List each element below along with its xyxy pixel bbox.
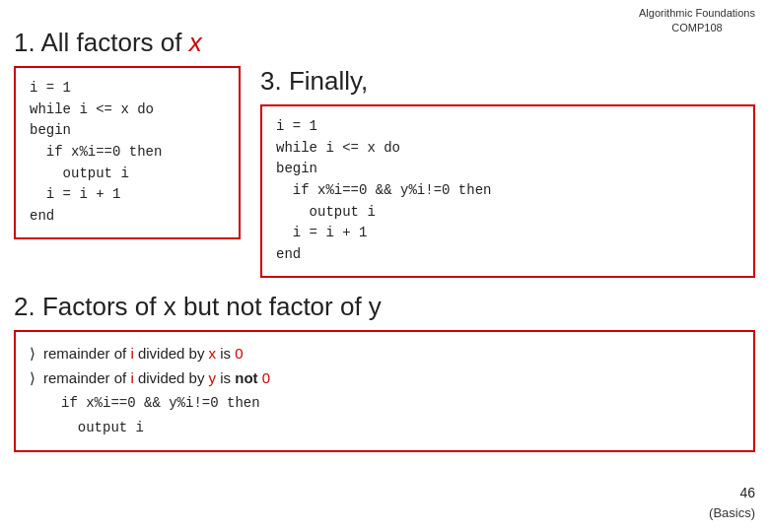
- bullet2-i: i: [130, 369, 133, 386]
- bullet1-val: 0: [235, 345, 243, 362]
- bullet1-x: x: [209, 345, 217, 362]
- main-content: 1. All factors of x i = 1 while i <= x d…: [14, 28, 755, 493]
- bullet1-text: remainder of i divided by x is 0: [43, 342, 244, 366]
- section2-code-line2: output i: [61, 417, 739, 439]
- s3-code-line-5: output i: [276, 202, 739, 224]
- code-line-3: begin: [30, 120, 225, 142]
- top-row: i = 1 while i <= x do begin if x%i==0 th…: [14, 66, 755, 278]
- s3-code-line-1: i = 1: [276, 116, 739, 138]
- code-line-6: i = i + 1: [30, 184, 225, 206]
- bullet2-val: 0: [262, 369, 270, 386]
- section2-title-y: y: [369, 292, 382, 321]
- s3-code-line-4: if x%i==0 && y%i!=0 then: [276, 180, 739, 202]
- s3-code-line-2: while i <= x do: [276, 138, 739, 160]
- section3-block: 3. Finally, i = 1 while i <= x do begin …: [260, 66, 755, 278]
- bullet2-arrow: ⟩: [30, 366, 35, 391]
- bullet2-text: remainder of i divided by y is not 0: [43, 366, 270, 391]
- footer: 46 (Basics): [709, 483, 755, 523]
- page-number: 46: [709, 483, 755, 503]
- section2-title-prefix: 2. Factors of: [14, 292, 164, 321]
- code-line-5: output i: [30, 164, 225, 185]
- section2-code-line1: if x%i==0 && y%i!=0 then: [61, 392, 739, 415]
- code-line-4: if x%i==0 then: [30, 142, 225, 164]
- bullet1-line: ⟩ remainder of i divided by x is 0: [30, 342, 739, 366]
- section2-title: 2. Factors of x but not factor of y: [14, 292, 755, 322]
- s3-code-line-7: end: [276, 244, 739, 266]
- section2-title-x: x: [164, 292, 176, 321]
- page-basics-label: (Basics): [709, 503, 755, 523]
- code-box-section1: i = 1 while i <= x do begin if x%i==0 th…: [14, 66, 241, 239]
- section1-title-var: x: [189, 28, 202, 57]
- code-box-section3: i = 1 while i <= x do begin if x%i==0 &&…: [260, 104, 755, 278]
- section2-block: 2. Factors of x but not factor of y ⟩ re…: [14, 292, 755, 452]
- bullet2-not: not: [235, 369, 257, 386]
- section3-title: 3. Finally,: [260, 66, 755, 97]
- section1-title: 1. All factors of x: [14, 28, 755, 58]
- s3-code-line-3: begin: [276, 159, 739, 180]
- code-line-1: i = 1: [30, 78, 225, 100]
- section1-title-prefix: 1. All factors of: [14, 28, 189, 57]
- header-line1: Algorithmic Foundations: [639, 7, 755, 19]
- code-line-2: while i <= x do: [30, 100, 225, 121]
- bullet2-y: y: [209, 369, 217, 386]
- bullet1-arrow: ⟩: [30, 342, 35, 366]
- bullet1-i: i: [130, 345, 133, 362]
- s3-code-line-6: i = i + 1: [276, 223, 739, 244]
- section2-bullet-box: ⟩ remainder of i divided by x is 0 ⟩ rem…: [14, 330, 755, 452]
- code-line-7: end: [30, 206, 225, 228]
- bullet2-line: ⟩ remainder of i divided by y is not 0: [30, 366, 739, 391]
- section2-title-mid: but not factor of: [176, 292, 369, 321]
